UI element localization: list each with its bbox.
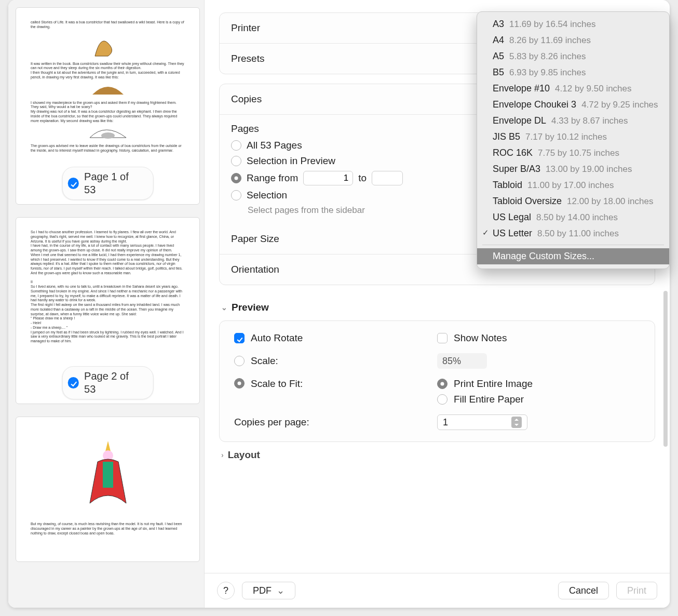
illustration-hat-icon <box>90 83 126 98</box>
paper-size-name: US Letter <box>493 228 532 239</box>
paper-size-option[interactable]: Envelope #104.12 by 9.50 inches <box>477 81 669 97</box>
radio-icon <box>231 173 241 183</box>
paper-size-name: Envelope #10 <box>493 83 550 94</box>
paper-size-name: A5 <box>493 51 504 62</box>
paper-size-dimensions: 13.00 by 19.00 inches <box>546 164 632 175</box>
manage-custom-sizes-option[interactable]: Manage Custom Sizes... <box>477 248 669 264</box>
check-icon <box>67 178 79 189</box>
paper-size-name: US Legal <box>493 212 531 223</box>
paper-size-option[interactable]: ROC 16K7.75 by 10.75 inches <box>477 145 669 161</box>
layout-disclosure[interactable]: › Layout <box>219 442 655 468</box>
paper-size-name: Tabloid <box>493 180 522 191</box>
paper-size-dimensions: 8.50 by 14.00 inches <box>536 212 618 223</box>
thumbnail-text: So I had to choose another profession. I… <box>31 230 185 344</box>
page-indicator[interactable]: Page 2 of 53 <box>62 366 154 399</box>
page-thumbnail[interactable]: called Stories of Life. It was a boa con… <box>16 7 200 205</box>
thumbnail-text: I showed my masterpiece to the grown-ups… <box>31 101 185 124</box>
show-notes-checkbox[interactable] <box>437 333 448 343</box>
paper-size-name: Envelope Choukei 3 <box>493 99 576 110</box>
check-icon <box>67 377 79 389</box>
paper-size-dimensions: 4.72 by 9.25 inches <box>581 100 658 110</box>
paper-size-name: A4 <box>493 35 504 46</box>
paper-size-name: Envelope DL <box>493 115 546 126</box>
paper-size-dimensions: 8.50 by 11.00 inches <box>537 229 619 239</box>
paper-size-option[interactable]: JIS B57.17 by 10.12 inches <box>477 129 669 145</box>
paper-size-name: A3 <box>493 19 504 30</box>
paper-size-dimensions: 6.93 by 9.85 inches <box>509 68 586 78</box>
paper-size-option[interactable]: Envelope Choukei 34.72 by 9.25 inches <box>477 97 669 113</box>
paper-size-dimensions: 7.75 by 10.75 inches <box>538 148 619 158</box>
illustration-elephant-icon <box>87 126 129 141</box>
radio-icon <box>231 156 241 166</box>
scale-to-fit-radio[interactable] <box>234 378 245 389</box>
paper-size-option[interactable]: Envelope DL4.33 by 8.67 inches <box>477 113 669 129</box>
paper-size-name: ROC 16K <box>493 148 533 158</box>
scale-input[interactable] <box>437 353 487 369</box>
paper-size-dimensions: 5.83 by 8.26 inches <box>509 51 586 62</box>
pdf-dropdown-button[interactable]: PDF ⌄ <box>242 582 295 599</box>
paper-size-dimensions: 8.26 by 11.69 inches <box>509 35 591 46</box>
illustration-snake-icon <box>90 33 126 59</box>
paper-size-dimensions: 12.00 by 18.00 inches <box>567 196 653 207</box>
chevron-right-icon: › <box>221 451 224 459</box>
paper-size-option[interactable]: A48.26 by 11.69 inches <box>477 32 669 48</box>
illustration-prince-icon <box>77 436 139 519</box>
paper-size-option[interactable]: A311.69 by 16.54 inches <box>477 16 669 32</box>
range-from-input[interactable] <box>303 171 353 185</box>
paper-size-dimensions: 4.33 by 8.67 inches <box>551 116 628 126</box>
preview-section: Auto Rotate Show Notes Scale: <box>219 320 655 442</box>
auto-rotate-checkbox[interactable] <box>234 333 245 343</box>
stepper-icon <box>511 417 522 428</box>
radio-icon <box>231 140 241 151</box>
paper-size-option[interactable]: A55.83 by 8.26 inches <box>477 48 669 64</box>
help-button[interactable]: ? <box>217 582 235 599</box>
paper-size-option[interactable]: Tabloid11.00 by 17.00 inches <box>477 177 669 193</box>
paper-size-dimensions: 11.00 by 17.00 inches <box>527 180 614 191</box>
paper-size-option[interactable]: US Letter8.50 by 11.00 inches <box>477 225 669 242</box>
paper-size-name: B5 <box>493 67 504 78</box>
paper-size-name: JIS B5 <box>493 131 520 142</box>
page-label: Page 1 of 53 <box>84 170 143 196</box>
thumbnail-text: It was written in the book. Boa constric… <box>31 62 185 80</box>
fill-entire-paper-radio[interactable] <box>437 394 448 405</box>
print-button[interactable]: Print <box>616 582 657 599</box>
paper-size-name: Tabloid Oversize <box>493 196 562 207</box>
svg-point-0 <box>101 132 115 139</box>
paper-size-menu[interactable]: A311.69 by 16.54 inchesA48.26 by 11.69 i… <box>477 11 670 269</box>
menu-separator <box>482 245 664 245</box>
copies-per-page-select[interactable]: 1 <box>437 414 527 430</box>
dialog-footer: ? PDF ⌄ Cancel Print <box>205 573 670 608</box>
page-thumbnail-sidebar[interactable]: called Stories of Life. It was a boa con… <box>8 0 205 608</box>
range-to-input[interactable] <box>372 171 403 185</box>
paper-size-option[interactable]: Super B/A313.00 by 19.00 inches <box>477 161 669 177</box>
paper-size-dimensions: 7.17 by 10.12 inches <box>525 132 607 142</box>
paper-size-name: Super B/A3 <box>493 164 540 175</box>
paper-size-option[interactable]: US Legal8.50 by 14.00 inches <box>477 209 669 225</box>
page-label: Page 2 of 53 <box>84 370 143 396</box>
paper-size-option[interactable]: B56.93 by 9.85 inches <box>477 64 669 81</box>
radio-icon <box>231 190 241 200</box>
chevron-down-icon: ⌄ <box>277 585 284 596</box>
page-indicator[interactable]: Page 1 of 53 <box>62 167 154 200</box>
page-thumbnail[interactable]: But my drawing, of course, is much less … <box>16 417 200 562</box>
print-entire-image-radio[interactable] <box>437 379 448 389</box>
thumbnail-text: called Stories of Life. It was a boa con… <box>31 20 185 30</box>
chevron-down-icon: ⌄ <box>221 303 227 312</box>
scale-radio[interactable] <box>234 356 245 366</box>
paper-size-dimensions: 4.12 by 9.50 inches <box>555 84 631 94</box>
preview-disclosure[interactable]: ⌄ Preview <box>219 294 655 320</box>
cancel-button[interactable]: Cancel <box>558 582 609 599</box>
thumbnail-text: The grown-ups advised me to leave aside … <box>31 144 185 153</box>
page-thumbnail[interactable]: So I had to choose another profession. I… <box>16 217 200 404</box>
paper-size-dimensions: 11.69 by 16.54 inches <box>509 19 595 30</box>
paper-size-option[interactable]: Tabloid Oversize12.00 by 18.00 inches <box>477 193 669 209</box>
thumbnail-text: But my drawing, of course, is much less … <box>31 522 185 535</box>
